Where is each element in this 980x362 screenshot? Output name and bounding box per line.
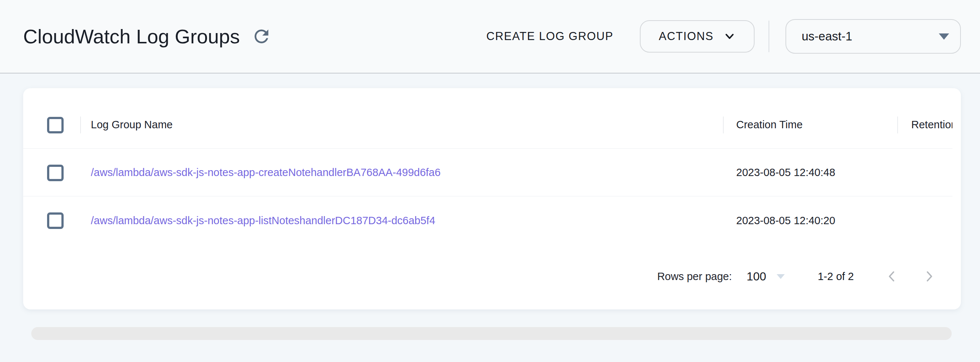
next-page-button[interactable] xyxy=(921,268,938,285)
refresh-button[interactable] xyxy=(251,26,272,47)
column-divider xyxy=(80,116,81,133)
table-row: /aws/lambda/aws-sdk-js-notes-app-listNot… xyxy=(23,197,953,245)
page-title: CloudWatch Log Groups xyxy=(23,25,240,48)
region-selector-value: us-east-1 xyxy=(802,29,939,43)
actions-button-label: ACTIONS xyxy=(659,30,714,43)
column-divider xyxy=(897,116,898,133)
column-divider xyxy=(723,116,724,133)
log-groups-table: Log Group Name Creation Time Retention /… xyxy=(23,88,953,246)
row-checkbox[interactable] xyxy=(47,165,64,181)
rows-per-page-value: 100 xyxy=(746,270,766,283)
actions-button[interactable]: ACTIONS xyxy=(640,20,754,52)
pagination: Rows per page: 100 1-2 of 2 xyxy=(657,265,938,287)
creation-time-cell: 2023-08-05 12:40:20 xyxy=(736,197,835,245)
log-group-link[interactable]: /aws/lambda/aws-sdk-js-notes-app-createN… xyxy=(91,149,441,196)
column-header-creation-time[interactable]: Creation Time xyxy=(736,101,803,148)
horizontal-scrollbar-thumb[interactable] xyxy=(31,327,952,340)
rows-per-page-label: Rows per page: xyxy=(657,270,732,283)
previous-page-button[interactable] xyxy=(883,268,900,285)
select-all-checkbox[interactable] xyxy=(47,117,64,133)
create-log-group-button[interactable]: CREATE LOG GROUP xyxy=(483,22,617,50)
pagination-range: 1-2 of 2 xyxy=(818,270,854,283)
chevron-left-icon xyxy=(885,269,899,284)
table-header-row: Log Group Name Creation Time Retention xyxy=(23,101,953,149)
row-checkbox[interactable] xyxy=(47,213,64,229)
log-group-link[interactable]: /aws/lambda/aws-sdk-js-notes-app-listNot… xyxy=(91,197,435,245)
chevron-down-icon xyxy=(723,30,736,43)
rows-per-page-dropdown-arrow-icon xyxy=(776,274,785,279)
cloudwatch-log-groups-page: CloudWatch Log Groups CREATE LOG GROUP A… xyxy=(0,0,980,362)
toolbar-divider xyxy=(768,21,769,52)
region-dropdown-arrow-icon xyxy=(939,33,949,40)
creation-time-cell: 2023-08-05 12:40:48 xyxy=(736,149,835,196)
table-row: /aws/lambda/aws-sdk-js-notes-app-createN… xyxy=(23,149,953,197)
log-groups-card: Log Group Name Creation Time Retention /… xyxy=(23,88,961,310)
column-header-retention[interactable]: Retention xyxy=(911,101,953,148)
refresh-icon xyxy=(251,26,272,47)
region-selector[interactable]: us-east-1 xyxy=(786,19,961,54)
column-header-log-group-name[interactable]: Log Group Name xyxy=(91,101,172,148)
rows-per-page-select[interactable]: 100 xyxy=(746,270,784,283)
page-header: CloudWatch Log Groups CREATE LOG GROUP A… xyxy=(0,0,980,73)
chevron-right-icon xyxy=(922,269,937,284)
